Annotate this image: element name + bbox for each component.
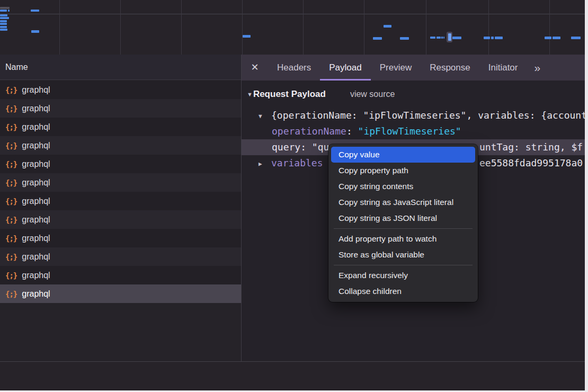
tab-preview[interactable]: Preview <box>371 55 421 81</box>
json-request-icon: {;} <box>5 160 17 168</box>
tab-response[interactable]: Response <box>421 55 479 81</box>
request-row-graphql[interactable]: {;}graphql <box>0 118 241 136</box>
name-column-header[interactable]: Name <box>0 55 241 80</box>
request-timing-bar <box>0 17 9 19</box>
json-request-icon: {;} <box>5 234 17 243</box>
request-timing-bar <box>571 37 581 39</box>
json-root-preview: {operationName: "ipFlowTimeseries", vari… <box>271 110 585 121</box>
tab-headers[interactable]: Headers <box>268 55 320 81</box>
request-name-label: graphql <box>22 104 50 113</box>
overview-gridline <box>242 0 243 55</box>
request-timing-bar <box>0 14 7 16</box>
request-timing-bar <box>384 25 391 28</box>
request-name-label: graphql <box>22 289 50 299</box>
menu-item-expand-recursively[interactable]: Expand recursively <box>331 268 475 283</box>
close-icon: ✕ <box>251 62 259 73</box>
request-row-graphql[interactable]: {;}graphql <box>0 229 241 247</box>
request-timing-bar <box>0 7 10 9</box>
status-footer <box>0 362 585 390</box>
request-timing-bar <box>0 26 7 28</box>
request-name-label: graphql <box>22 159 50 169</box>
json-request-icon: {;} <box>5 271 17 280</box>
tab-payload[interactable]: Payload <box>320 55 370 81</box>
request-name-label: graphql <box>22 178 50 188</box>
request-name-label: graphql <box>22 122 50 132</box>
request-list: {;}graphql{;}graphql{;}graphql{;}graphql… <box>0 81 241 303</box>
json-variables-right-text: ee5588fdad995178a0 <box>479 155 583 171</box>
expanded-triangle-icon[interactable]: ▼ <box>259 109 271 123</box>
json-request-icon: {;} <box>5 141 17 150</box>
request-name-label: graphql <box>22 234 50 243</box>
menu-item-add-property-path-to-watch[interactable]: Add property path to watch <box>331 231 475 247</box>
json-request-icon: {;} <box>5 253 17 261</box>
section-title: Request Payload <box>253 89 326 100</box>
network-overview-strip <box>0 0 585 55</box>
request-row-graphql[interactable]: {;}graphql <box>0 210 241 229</box>
chevron-double-right-icon: » <box>534 61 539 74</box>
request-timing-bar <box>0 20 7 22</box>
json-request-icon: {;} <box>5 123 17 131</box>
json-request-icon: {;} <box>5 86 17 94</box>
menu-item-copy-string-as-javascript-literal[interactable]: Copy string as JavaScript literal <box>331 194 475 210</box>
menu-separator <box>334 265 473 265</box>
overview-gridline <box>303 0 304 55</box>
menu-item-copy-value[interactable]: Copy value <box>331 147 475 163</box>
menu-separator <box>334 228 473 229</box>
request-row-graphql[interactable]: {;}graphql <box>0 155 241 173</box>
request-name-label: graphql <box>22 252 50 262</box>
request-row-graphql[interactable]: {;}graphql <box>0 284 241 303</box>
request-timing-bar <box>436 37 441 39</box>
request-row-graphql[interactable]: {;}graphql <box>0 136 241 155</box>
json-root-line[interactable]: ▼{operationName: "ipFlowTimeseries", var… <box>242 108 585 123</box>
menu-item-copy-string-as-json-literal[interactable]: Copy string as JSON literal <box>331 210 475 226</box>
request-timing-bar <box>495 37 503 39</box>
json-query-left-text: query: "qu <box>272 141 329 153</box>
json-colon: : <box>346 126 358 137</box>
overview-gridline <box>549 0 550 55</box>
more-tabs-button[interactable]: » <box>530 55 544 81</box>
request-timing-bar <box>491 37 494 39</box>
request-name-label: graphql <box>22 85 50 95</box>
detail-tabs: HeadersPayloadPreviewResponseInitiator <box>268 55 527 81</box>
tab-initiator[interactable]: Initiator <box>479 55 527 81</box>
request-timing-bar <box>400 37 409 40</box>
request-row-graphql[interactable]: {;}graphql <box>0 247 241 266</box>
collapsed-triangle-icon[interactable]: ▶ <box>259 156 271 171</box>
request-timing-bar <box>443 37 444 39</box>
close-detail-button[interactable]: ✕ <box>242 55 268 81</box>
view-source-link[interactable]: view source <box>350 90 395 99</box>
json-request-icon: {;} <box>5 179 17 187</box>
request-timing-bar <box>430 37 435 39</box>
menu-item-copy-property-path[interactable]: Copy property path <box>331 163 475 179</box>
json-request-icon: {;} <box>5 290 17 298</box>
request-row-graphql[interactable]: {;}graphql <box>0 99 241 118</box>
json-query-right-text: untTag: string, $f <box>479 139 583 155</box>
request-row-graphql[interactable]: {;}graphql <box>0 192 241 210</box>
json-request-icon: {;} <box>5 197 17 206</box>
request-timing-bar <box>484 37 490 39</box>
request-row-graphql[interactable]: {;}graphql <box>0 173 241 192</box>
json-key: operationName <box>272 126 346 137</box>
json-operation-row[interactable]: operationName: "ipFlowTimeseries" <box>242 123 585 139</box>
context-menu: Copy valueCopy property pathCopy string … <box>328 144 478 302</box>
request-timing-bar <box>452 37 461 39</box>
request-timing-bar <box>31 30 39 33</box>
request-timing-bar <box>545 37 551 39</box>
request-row-graphql[interactable]: {;}graphql <box>0 266 241 284</box>
request-timing-bar <box>243 35 251 38</box>
request-name-label: graphql <box>22 197 50 206</box>
overview-gridline <box>181 0 182 55</box>
menu-item-store-as-global-variable[interactable]: Store as global variable <box>331 247 475 263</box>
name-column-label: Name <box>5 63 28 72</box>
json-request-icon: {;} <box>5 216 17 224</box>
collapse-triangle-icon[interactable]: ▼ <box>247 91 253 97</box>
json-string-value: "ipFlowTimeseries" <box>358 126 461 137</box>
menu-item-collapse-children[interactable]: Collapse children <box>331 283 475 299</box>
menu-item-copy-string-contents[interactable]: Copy string contents <box>331 179 475 194</box>
request-timing-bar <box>0 29 7 31</box>
overview-horizontal-gridline <box>0 14 585 14</box>
request-row-graphql[interactable]: {;}graphql <box>0 81 241 99</box>
selected-request-tick <box>448 33 451 41</box>
overview-gridline <box>488 0 489 55</box>
request-name-label: graphql <box>22 215 50 225</box>
